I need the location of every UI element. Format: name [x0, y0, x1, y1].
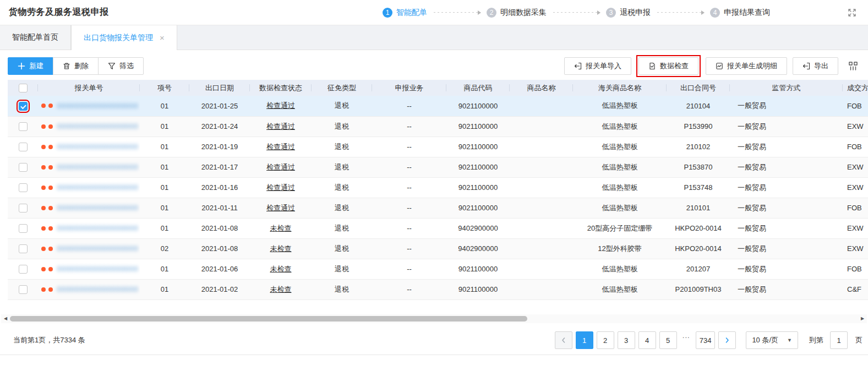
contract-no-cell: P201009TH03: [667, 279, 730, 299]
row-checkbox[interactable]: [19, 183, 28, 192]
row-checkbox[interactable]: [19, 285, 28, 294]
step-1[interactable]: 1智能配单: [383, 8, 427, 18]
import-declaration-button[interactable]: 报关单导入: [564, 57, 631, 75]
page-button-5[interactable]: 5: [659, 331, 677, 349]
checkbox-cell: [8, 96, 38, 116]
product-code-cell: 9021100000: [446, 116, 510, 137]
export-date-cell: 2021-01-16: [189, 177, 250, 198]
content-area: 新建删除筛选 报关单导入数据检查报关单生成明细导出 报关单号项号出口日期数据检查…: [0, 57, 868, 355]
page-size-select[interactable]: 10 条/页 ▼: [746, 331, 798, 349]
row-checkbox[interactable]: [19, 122, 28, 131]
data-check-button[interactable]: 数据检查: [638, 57, 698, 75]
row-checkbox[interactable]: [19, 204, 28, 212]
fullscreen-icon[interactable]: [847, 8, 857, 18]
step-3[interactable]: 3退税申报: [606, 8, 651, 18]
goto-page-input[interactable]: [830, 331, 848, 349]
contract-no-cell: P153870: [667, 157, 730, 177]
button-label: 筛选: [119, 61, 134, 71]
tab-label: 智能配单首页: [12, 32, 58, 42]
close-icon[interactable]: ×: [160, 34, 165, 42]
row-checkbox[interactable]: [19, 244, 28, 253]
new-button[interactable]: 新建: [8, 57, 53, 75]
tab-2[interactable]: 出口货物报关单管理×: [71, 25, 177, 50]
declaration-no-wrap: 000000000000000000: [38, 265, 140, 273]
status-dot-icon: [48, 186, 53, 190]
check-status-link[interactable]: 检查通过: [266, 122, 295, 130]
declaration-no-redacted: 000000000000000000: [56, 102, 140, 110]
filter-button[interactable]: 筛选: [98, 57, 144, 75]
check-status-link[interactable]: 未检查: [270, 224, 292, 232]
check-status-cell: 未检查: [250, 238, 312, 259]
check-status-link[interactable]: 检查通过: [266, 183, 295, 192]
status-dot-icon: [41, 226, 46, 231]
step-4[interactable]: 4申报结果查询: [710, 8, 770, 18]
chevron-down-icon: ▼: [787, 337, 792, 343]
trash-icon: [63, 62, 70, 70]
check-status-link[interactable]: 检查通过: [266, 101, 295, 110]
check-status-link[interactable]: 未检查: [270, 285, 292, 293]
check-status-link[interactable]: 检查通过: [266, 163, 295, 171]
check-status-link[interactable]: 未检查: [270, 265, 292, 273]
page-button-4[interactable]: 4: [638, 331, 656, 349]
supervision-cell: 一般贸易: [730, 116, 843, 137]
export-date-cell: 2021-01-17: [189, 157, 250, 177]
export-date-cell: 2021-01-11: [189, 198, 250, 218]
step-label: 明细数据采集: [500, 8, 547, 18]
page-size-value: 10 条/页: [752, 335, 778, 345]
export-button[interactable]: 导出: [793, 57, 838, 75]
table-row: 000000000000000000012021-01-24检查通过退税--90…: [8, 116, 868, 137]
scrollbar-thumb[interactable]: [10, 316, 527, 321]
scroll-right-arrow-icon[interactable]: ▶: [859, 316, 866, 321]
scroll-left-arrow-icon[interactable]: ◀: [2, 316, 9, 321]
check-status-cell: 检查通过: [250, 137, 312, 157]
page-button-1[interactable]: 1: [576, 331, 593, 349]
check-status-link[interactable]: 未检查: [270, 244, 292, 253]
page-button-3[interactable]: 3: [618, 331, 635, 349]
product-name-cell: [510, 279, 573, 299]
select-all-checkbox[interactable]: [19, 84, 28, 92]
select-all-header-cell: [8, 80, 38, 96]
row-checkbox[interactable]: [19, 265, 28, 274]
customs-product-name-cell: 低温热塑板: [573, 177, 667, 198]
checkbox-cell: [8, 157, 38, 177]
checkbox-cell: [8, 218, 38, 238]
declare-business-cell: --: [372, 96, 446, 116]
export-date-cell: 2021-01-06: [189, 259, 250, 279]
product-code-cell: 9021100000: [446, 177, 510, 198]
contract-no-cell: 210104: [667, 96, 730, 116]
product-name-cell: [510, 137, 573, 157]
checkbox-cell: [8, 238, 38, 259]
page-button-734[interactable]: 734: [696, 331, 716, 349]
check-status-link[interactable]: 检查通过: [266, 143, 295, 151]
page-button-2[interactable]: 2: [597, 331, 614, 349]
step-2[interactable]: 2明细数据采集: [487, 8, 547, 18]
table-body: 000000000000000000012021-01-25检查通过退税--90…: [8, 96, 868, 299]
declaration-no-redacted: 000000000000000000: [56, 224, 140, 232]
trade-terms-cell: C&F: [843, 279, 868, 299]
declaration-no-redacted: 000000000000000000: [56, 285, 140, 293]
column-header: 数据检查状态: [250, 80, 312, 96]
delete-button[interactable]: 删除: [53, 57, 99, 75]
declaration-no-wrap: 000000000000000000: [38, 183, 140, 192]
check-status-link[interactable]: 检查通过: [266, 204, 295, 212]
row-checkbox[interactable]: [19, 163, 28, 172]
levy-type-cell: 退税: [312, 177, 372, 198]
row-checkbox[interactable]: [19, 143, 28, 151]
generate-detail-button[interactable]: 报关单生成明细: [706, 57, 787, 75]
prev-page-button[interactable]: [555, 331, 572, 349]
column-settings-icon[interactable]: [848, 60, 860, 72]
step-number-badge: 2: [487, 8, 496, 18]
row-checkbox[interactable]: [19, 102, 28, 111]
checkbox-cell: [8, 279, 38, 299]
status-dot-icon: [41, 165, 46, 170]
button-label: 报关单导入: [586, 61, 621, 71]
declare-business-cell: --: [372, 279, 446, 299]
tab-1[interactable]: 智能配单首页: [0, 25, 71, 50]
row-checkbox[interactable]: [19, 224, 28, 233]
declaration-no-cell: 000000000000000000: [38, 177, 140, 198]
next-page-button[interactable]: [718, 331, 736, 349]
column-header: 出口合同号: [667, 80, 730, 96]
table-row: 000000000000000000022021-01-08未检查退税--940…: [8, 238, 868, 259]
product-code-cell: 9021100000: [446, 137, 510, 157]
supervision-cell: 一般贸易: [730, 279, 843, 299]
